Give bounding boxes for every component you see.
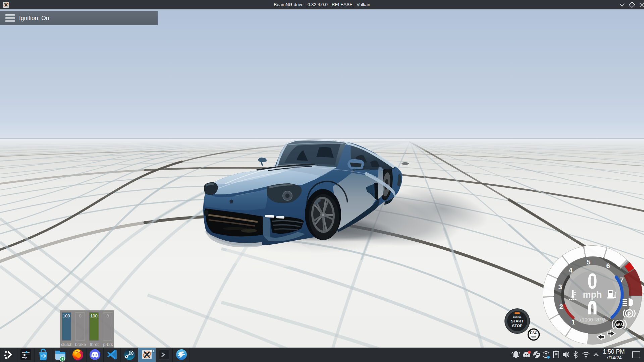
svg-text:4: 4 [569, 266, 573, 274]
svg-text:7/14/24: 7/14/24 [606, 355, 622, 360]
svg-text:P: P [628, 311, 631, 317]
svg-text:STOP: STOP [512, 324, 522, 328]
svg-text:2: 2 [559, 303, 563, 310]
svg-text:START: START [511, 319, 523, 323]
svg-text:6: 6 [606, 262, 610, 269]
svg-text:1:50 PM: 1:50 PM [603, 348, 625, 355]
svg-text:ABS: ABS [615, 323, 623, 327]
svg-text:3: 3 [558, 283, 562, 291]
svg-text:mph: mph [583, 290, 602, 300]
svg-text:1: 1 [571, 318, 575, 326]
svg-text:ENGINE: ENGINE [513, 316, 522, 318]
svg-text:x1000 RPM: x1000 RPM [579, 317, 605, 322]
svg-text:5: 5 [587, 258, 590, 266]
svg-text:ESC: ESC [530, 331, 537, 335]
